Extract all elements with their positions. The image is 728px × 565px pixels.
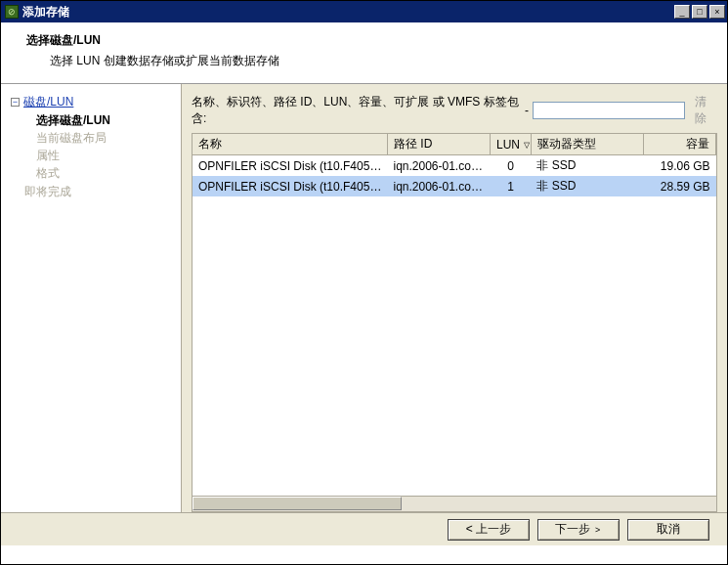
col-header-lun[interactable]: LUN▽ [490, 134, 531, 155]
cell-name: OPNFILER iSCSI Disk (t10.F405E464... [193, 155, 387, 177]
clear-filter-link[interactable]: 清除 [695, 94, 717, 127]
filter-input[interactable] [533, 102, 685, 119]
wizard-steps-sidebar: −磁盘/LUN 选择磁盘/LUN 当前磁盘布局 属性 格式 即将完成 [1, 84, 182, 512]
step-format: 格式 [36, 165, 181, 182]
title-bar: ⊘ 添加存储 _ □ × [1, 1, 727, 22]
back-button[interactable]: < 上一步 [448, 519, 530, 541]
table-header-row: 名称 路径 ID LUN▽ 驱动器类型 容量 [193, 134, 716, 155]
filter-label: 名称、标识符、路径 ID、LUN、容量、可扩展 或 VMFS 标签包含: [192, 94, 521, 127]
close-button[interactable]: × [709, 5, 725, 19]
main-panel: 名称、标识符、路径 ID、LUN、容量、可扩展 或 VMFS 标签包含: - 清… [182, 84, 727, 512]
cell-name: OPNFILER iSCSI Disk (t10.F405E464... [193, 176, 387, 196]
cell-drive: 非 SSD [531, 176, 643, 196]
wizard-content: −磁盘/LUN 选择磁盘/LUN 当前磁盘布局 属性 格式 即将完成 名称、标识… [1, 84, 727, 512]
cell-path: iqn.2006-01.com.... [387, 176, 490, 196]
wizard-title: 选择磁盘/LUN [26, 32, 707, 49]
tree-root-link[interactable]: 磁盘/LUN [23, 95, 73, 109]
step-properties: 属性 [36, 148, 181, 164]
wizard-header: 选择磁盘/LUN 选择 LUN 创建数据存储或扩展当前数据存储 [1, 22, 727, 84]
col-header-path[interactable]: 路径 ID [387, 134, 490, 155]
minimize-button[interactable]: _ [674, 5, 690, 19]
cell-path: iqn.2006-01.com.... [387, 155, 490, 177]
cell-lun: 1 [490, 176, 531, 196]
next-button[interactable]: 下一步 > [537, 519, 620, 541]
window-title: 添加存储 [22, 4, 672, 21]
horizontal-scrollbar[interactable] [193, 496, 716, 511]
sort-arrow-icon: ▽ [524, 141, 530, 150]
tree-collapse-icon[interactable]: − [11, 98, 20, 107]
app-icon: ⊘ [5, 5, 19, 19]
filter-row: 名称、标识符、路径 ID、LUN、容量、可扩展 或 VMFS 标签包含: - 清… [192, 94, 717, 127]
cell-capacity: 28.59 GB [644, 176, 716, 196]
col-header-name[interactable]: 名称 [193, 134, 387, 155]
cell-capacity: 19.06 GB [644, 155, 716, 177]
cell-lun: 0 [490, 155, 531, 177]
tree-root[interactable]: −磁盘/LUN [11, 94, 181, 110]
tree-children: 选择磁盘/LUN 当前磁盘布局 属性 格式 [11, 112, 181, 182]
step-select-disk[interactable]: 选择磁盘/LUN [36, 112, 181, 129]
cancel-button[interactable]: 取消 [627, 519, 709, 541]
table-row[interactable]: OPNFILER iSCSI Disk (t10.F405E464... iqn… [193, 155, 716, 177]
col-header-capacity[interactable]: 容量 [644, 134, 716, 155]
scrollbar-thumb[interactable] [193, 497, 402, 510]
col-header-drive[interactable]: 驱动器类型 [531, 134, 643, 155]
maximize-button[interactable]: □ [692, 5, 707, 19]
step-disk-layout: 当前磁盘布局 [36, 130, 181, 147]
wizard-footer: < 上一步 下一步 > 取消 [1, 512, 727, 545]
wizard-description: 选择 LUN 创建数据存储或扩展当前数据存储 [26, 53, 707, 69]
disk-table: 名称 路径 ID LUN▽ 驱动器类型 容量 OPNFILER iSCSI Di… [193, 134, 716, 196]
filter-dash: - [525, 104, 529, 117]
disk-table-container: 名称 路径 ID LUN▽ 驱动器类型 容量 OPNFILER iSCSI Di… [192, 133, 717, 512]
table-body: OPNFILER iSCSI Disk (t10.F405E464... iqn… [193, 155, 716, 197]
cell-drive: 非 SSD [531, 155, 643, 177]
step-finish: 即将完成 [11, 184, 181, 200]
table-row[interactable]: OPNFILER iSCSI Disk (t10.F405E464... iqn… [193, 176, 716, 196]
